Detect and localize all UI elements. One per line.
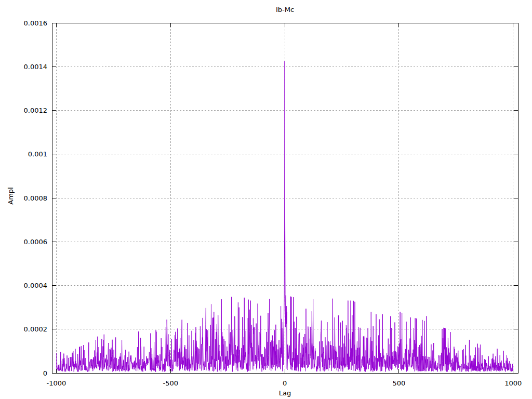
x-tick-label: -500 xyxy=(163,379,178,387)
y-tick-label: 0.0016 xyxy=(24,19,48,27)
x-tick-label: 500 xyxy=(392,379,405,387)
x-tick-label: -1000 xyxy=(46,379,66,387)
chart-canvas: -1000-5000500100000.00020.00040.00060.00… xyxy=(0,0,532,399)
y-tick-label: 0.0012 xyxy=(24,107,48,114)
y-tick-label: 0.001 xyxy=(28,150,47,158)
y-tick-label: 0.0006 xyxy=(24,238,48,246)
x-tick-label: 1000 xyxy=(504,379,522,387)
series-line-ib-mc xyxy=(56,61,513,372)
x-tick-label: 0 xyxy=(283,379,287,387)
y-tick-label: 0.0008 xyxy=(24,194,48,202)
plot-window: Ib-Mc Ampl -1000-5000500100000.00020.000… xyxy=(0,0,532,399)
x-axis-title: Lag xyxy=(52,389,518,397)
y-tick-label: 0.0002 xyxy=(24,325,48,333)
y-tick-label: 0 xyxy=(43,369,47,377)
y-tick-label: 0.0004 xyxy=(24,282,48,289)
y-tick-label: 0.0014 xyxy=(24,63,48,71)
